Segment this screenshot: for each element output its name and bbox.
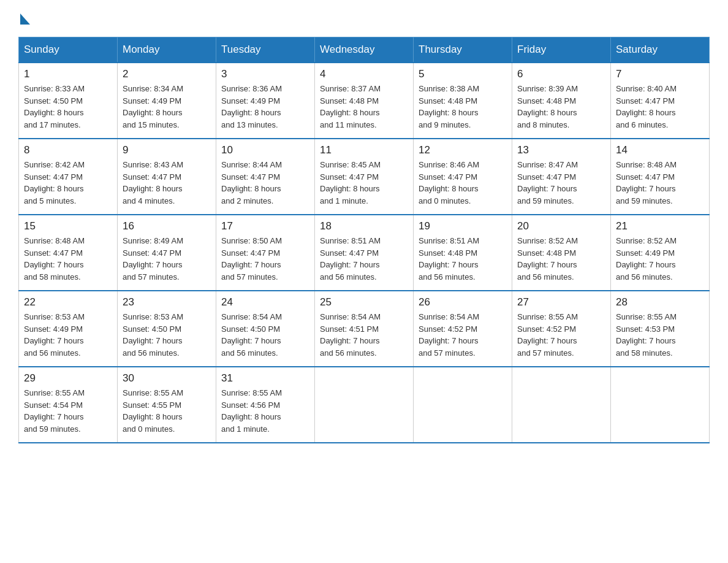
- calendar-day-cell: 30 Sunrise: 8:55 AMSunset: 4:55 PMDaylig…: [118, 367, 216, 443]
- weekday-header-saturday: Saturday: [611, 37, 710, 63]
- weekday-header-thursday: Thursday: [414, 37, 512, 63]
- day-number: 21: [616, 220, 704, 232]
- calendar-day-cell: 12 Sunrise: 8:46 AMSunset: 4:47 PMDaylig…: [414, 139, 512, 215]
- calendar-day-cell: 21 Sunrise: 8:52 AMSunset: 4:49 PMDaylig…: [611, 215, 710, 291]
- calendar-day-cell: 7 Sunrise: 8:40 AMSunset: 4:47 PMDayligh…: [611, 63, 710, 139]
- day-number: 5: [419, 68, 507, 80]
- day-number: 3: [221, 68, 309, 80]
- day-number: 31: [221, 372, 309, 385]
- day-info: Sunrise: 8:53 AMSunset: 4:50 PMDaylight:…: [123, 312, 183, 358]
- day-info: Sunrise: 8:42 AMSunset: 4:47 PMDaylight:…: [24, 160, 85, 205]
- calendar-day-cell: 15 Sunrise: 8:48 AMSunset: 4:47 PMDaylig…: [19, 215, 118, 291]
- calendar-day-cell: 31 Sunrise: 8:55 AMSunset: 4:56 PMDaylig…: [216, 367, 315, 443]
- weekday-header-friday: Friday: [512, 37, 611, 63]
- day-info: Sunrise: 8:43 AMSunset: 4:47 PMDaylight:…: [123, 160, 183, 205]
- day-number: 30: [123, 372, 211, 385]
- day-number: 28: [616, 296, 704, 308]
- day-info: Sunrise: 8:55 AMSunset: 4:56 PMDaylight:…: [221, 388, 282, 434]
- day-info: Sunrise: 8:47 AMSunset: 4:47 PMDaylight:…: [517, 160, 578, 205]
- day-number: 13: [517, 144, 605, 156]
- day-number: 20: [517, 220, 605, 232]
- day-number: 7: [616, 68, 704, 80]
- calendar-day-cell: 22 Sunrise: 8:53 AMSunset: 4:49 PMDaylig…: [19, 291, 118, 367]
- calendar-day-cell: 8 Sunrise: 8:42 AMSunset: 4:47 PMDayligh…: [19, 139, 118, 215]
- day-number: 29: [24, 372, 112, 385]
- day-number: 9: [123, 144, 211, 156]
- weekday-header-row: SundayMondayTuesdayWednesdayThursdayFrid…: [19, 37, 710, 63]
- day-info: Sunrise: 8:51 AMSunset: 4:48 PMDaylight:…: [419, 236, 479, 282]
- calendar-day-cell: [512, 367, 611, 443]
- calendar-day-cell: [315, 367, 414, 443]
- calendar-table: SundayMondayTuesdayWednesdayThursdayFrid…: [18, 37, 710, 443]
- day-number: 12: [419, 144, 507, 156]
- day-info: Sunrise: 8:52 AMSunset: 4:49 PMDaylight:…: [616, 236, 677, 282]
- calendar-day-cell: 4 Sunrise: 8:37 AMSunset: 4:48 PMDayligh…: [315, 63, 414, 139]
- day-number: 8: [24, 144, 112, 156]
- calendar-day-cell: 6 Sunrise: 8:39 AMSunset: 4:48 PMDayligh…: [512, 63, 611, 139]
- day-number: 11: [320, 144, 408, 156]
- day-info: Sunrise: 8:39 AMSunset: 4:48 PMDaylight:…: [517, 84, 578, 129]
- calendar-day-cell: 17 Sunrise: 8:50 AMSunset: 4:47 PMDaylig…: [216, 215, 315, 291]
- day-number: 19: [419, 220, 507, 232]
- day-info: Sunrise: 8:55 AMSunset: 4:53 PMDaylight:…: [616, 312, 677, 358]
- calendar-day-cell: 25 Sunrise: 8:54 AMSunset: 4:51 PMDaylig…: [315, 291, 414, 367]
- calendar-day-cell: [414, 367, 512, 443]
- calendar-day-cell: 1 Sunrise: 8:33 AMSunset: 4:50 PMDayligh…: [19, 63, 118, 139]
- calendar-day-cell: 11 Sunrise: 8:45 AMSunset: 4:47 PMDaylig…: [315, 139, 414, 215]
- calendar-week-row: 22 Sunrise: 8:53 AMSunset: 4:49 PMDaylig…: [19, 291, 710, 367]
- day-number: 14: [616, 144, 704, 156]
- calendar-day-cell: [611, 367, 710, 443]
- day-number: 1: [24, 68, 112, 80]
- day-info: Sunrise: 8:54 AMSunset: 4:51 PMDaylight:…: [320, 312, 381, 358]
- calendar-day-cell: 28 Sunrise: 8:55 AMSunset: 4:53 PMDaylig…: [611, 291, 710, 367]
- logo-arrow-icon: [20, 13, 30, 25]
- day-number: 10: [221, 144, 309, 156]
- day-info: Sunrise: 8:49 AMSunset: 4:47 PMDaylight:…: [123, 236, 183, 282]
- day-info: Sunrise: 8:50 AMSunset: 4:47 PMDaylight:…: [221, 236, 282, 282]
- day-number: 25: [320, 296, 408, 308]
- weekday-header-wednesday: Wednesday: [315, 37, 414, 63]
- calendar-day-cell: 13 Sunrise: 8:47 AMSunset: 4:47 PMDaylig…: [512, 139, 611, 215]
- day-info: Sunrise: 8:53 AMSunset: 4:49 PMDaylight:…: [24, 312, 85, 358]
- day-info: Sunrise: 8:52 AMSunset: 4:48 PMDaylight:…: [517, 236, 578, 282]
- calendar-day-cell: 26 Sunrise: 8:54 AMSunset: 4:52 PMDaylig…: [414, 291, 512, 367]
- calendar-day-cell: 24 Sunrise: 8:54 AMSunset: 4:50 PMDaylig…: [216, 291, 315, 367]
- day-info: Sunrise: 8:40 AMSunset: 4:47 PMDaylight:…: [616, 84, 677, 129]
- calendar-week-row: 8 Sunrise: 8:42 AMSunset: 4:47 PMDayligh…: [19, 139, 710, 215]
- calendar-day-cell: 23 Sunrise: 8:53 AMSunset: 4:50 PMDaylig…: [118, 291, 216, 367]
- day-info: Sunrise: 8:55 AMSunset: 4:52 PMDaylight:…: [517, 312, 578, 358]
- day-info: Sunrise: 8:36 AMSunset: 4:49 PMDaylight:…: [221, 84, 282, 129]
- calendar-day-cell: 2 Sunrise: 8:34 AMSunset: 4:49 PMDayligh…: [118, 63, 216, 139]
- day-info: Sunrise: 8:38 AMSunset: 4:48 PMDaylight:…: [419, 84, 479, 129]
- logo: [18, 12, 30, 25]
- day-info: Sunrise: 8:48 AMSunset: 4:47 PMDaylight:…: [616, 160, 677, 205]
- calendar-day-cell: 18 Sunrise: 8:51 AMSunset: 4:47 PMDaylig…: [315, 215, 414, 291]
- day-number: 6: [517, 68, 605, 80]
- day-number: 27: [517, 296, 605, 308]
- page-header: [18, 12, 710, 25]
- calendar-day-cell: 5 Sunrise: 8:38 AMSunset: 4:48 PMDayligh…: [414, 63, 512, 139]
- day-number: 23: [123, 296, 211, 308]
- calendar-day-cell: 16 Sunrise: 8:49 AMSunset: 4:47 PMDaylig…: [118, 215, 216, 291]
- day-number: 16: [123, 220, 211, 232]
- calendar-day-cell: 3 Sunrise: 8:36 AMSunset: 4:49 PMDayligh…: [216, 63, 315, 139]
- calendar-day-cell: 29 Sunrise: 8:55 AMSunset: 4:54 PMDaylig…: [19, 367, 118, 443]
- calendar-week-row: 1 Sunrise: 8:33 AMSunset: 4:50 PMDayligh…: [19, 63, 710, 139]
- day-info: Sunrise: 8:54 AMSunset: 4:50 PMDaylight:…: [221, 312, 282, 358]
- calendar-day-cell: 19 Sunrise: 8:51 AMSunset: 4:48 PMDaylig…: [414, 215, 512, 291]
- day-number: 24: [221, 296, 309, 308]
- day-number: 17: [221, 220, 309, 232]
- calendar-day-cell: 10 Sunrise: 8:44 AMSunset: 4:47 PMDaylig…: [216, 139, 315, 215]
- day-info: Sunrise: 8:54 AMSunset: 4:52 PMDaylight:…: [419, 312, 479, 358]
- calendar-day-cell: 9 Sunrise: 8:43 AMSunset: 4:47 PMDayligh…: [118, 139, 216, 215]
- day-info: Sunrise: 8:48 AMSunset: 4:47 PMDaylight:…: [24, 236, 85, 282]
- calendar-day-cell: 14 Sunrise: 8:48 AMSunset: 4:47 PMDaylig…: [611, 139, 710, 215]
- day-info: Sunrise: 8:51 AMSunset: 4:47 PMDaylight:…: [320, 236, 381, 282]
- day-info: Sunrise: 8:45 AMSunset: 4:47 PMDaylight:…: [320, 160, 381, 205]
- day-number: 22: [24, 296, 112, 308]
- calendar-week-row: 29 Sunrise: 8:55 AMSunset: 4:54 PMDaylig…: [19, 367, 710, 443]
- day-number: 4: [320, 68, 408, 80]
- day-info: Sunrise: 8:44 AMSunset: 4:47 PMDaylight:…: [221, 160, 282, 205]
- day-info: Sunrise: 8:46 AMSunset: 4:47 PMDaylight:…: [419, 160, 479, 205]
- day-info: Sunrise: 8:37 AMSunset: 4:48 PMDaylight:…: [320, 84, 381, 129]
